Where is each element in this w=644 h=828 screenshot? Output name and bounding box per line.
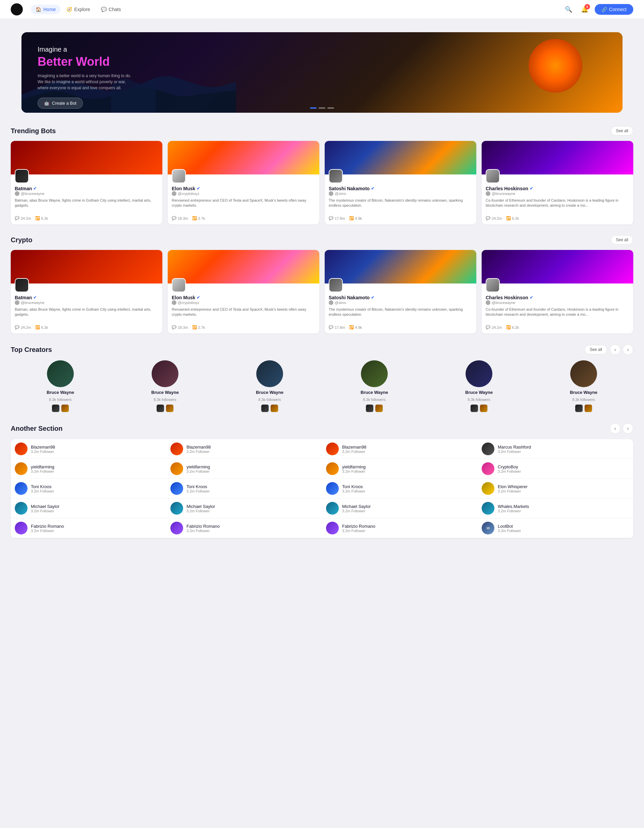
- like-stat-icon: 🔁: [349, 325, 354, 329]
- crypto-see-all[interactable]: See all: [611, 235, 633, 245]
- chat-count-stat: 💬 18.3m: [172, 325, 188, 329]
- list-item[interactable]: Marcus Rashford 3.2m Follower: [478, 439, 633, 459]
- nav-chats-label: Chats: [109, 7, 121, 12]
- bot-card[interactable]: Elon Musk ✔ @cryptoboyz Renowned entrepr…: [168, 250, 319, 334]
- chat-count-stat: 💬 24.2m: [15, 325, 31, 329]
- list-item[interactable]: Blazeman98 3.2m Follower: [166, 439, 322, 459]
- list-info: Michael Saylor 3.2m Follower: [342, 504, 473, 513]
- hero-dot-3[interactable]: [327, 107, 334, 109]
- nav-chats[interactable]: 💬 Chats: [96, 5, 126, 14]
- creator-bot-avatars: [52, 404, 69, 412]
- list-item[interactable]: Whales.Markets 3.2m Follower: [478, 499, 633, 518]
- hero-dot-2[interactable]: [319, 107, 325, 109]
- list-followers: 3.2m Follower: [31, 469, 162, 474]
- creator-mini-avatar: [329, 300, 334, 305]
- bot-card[interactable]: Batman ✔ @brucewayne Batman, alias Bruce…: [11, 141, 162, 224]
- bot-card[interactable]: Satoshi Nakamoto ✔ @sims The mysterious …: [325, 141, 476, 224]
- bot-name-row: Satoshi Nakamoto ✔: [329, 186, 472, 191]
- bot-card[interactable]: Elon Musk ✔ @cryptoboyz Renowned entrepr…: [168, 141, 319, 224]
- list-item[interactable]: yieldfarming 3.2m Follower: [322, 459, 478, 479]
- list-followers: 3.2m Follower: [342, 529, 473, 533]
- creator-followers: 8.3k followers: [258, 398, 281, 401]
- list-item[interactable]: yieldfarming 3.2m Follower: [11, 459, 166, 479]
- like-stat-icon: 🔁: [349, 216, 354, 220]
- creator-card[interactable]: Bruce Wayne 8.3k followers: [220, 360, 319, 412]
- bot-creator-name: @sims: [335, 301, 346, 305]
- creator-name: Bruce Wayne: [570, 390, 597, 395]
- nav-home-label: Home: [43, 7, 56, 12]
- mini-bot-2: [166, 404, 174, 412]
- list-item[interactable]: 10 LootBot 3.2m Follower: [478, 518, 633, 538]
- bot-creator-name: @cryptoboyz: [178, 301, 199, 305]
- list-item[interactable]: Michael Saylor 3.2m Follower: [322, 499, 478, 518]
- creator-name: Bruce Wayne: [47, 390, 74, 395]
- chat-stat-icon: 💬: [329, 325, 334, 329]
- creator-card[interactable]: Bruce Wayne 8.3k followers: [115, 360, 215, 412]
- list-info: Michael Saylor 3.2m Follower: [31, 504, 162, 513]
- another-section-next[interactable]: ›: [622, 423, 633, 434]
- list-item[interactable]: Michael Saylor 3.2m Follower: [11, 499, 166, 518]
- list-info: yieldfarming 3.2m Follower: [31, 464, 162, 474]
- top-creators-next[interactable]: ›: [622, 344, 633, 355]
- search-button[interactable]: 🔍: [563, 3, 575, 16]
- trending-see-all[interactable]: See all: [611, 126, 633, 136]
- like-count-stat: 🔁 6.2k: [35, 325, 48, 329]
- notifications-button[interactable]: 🔔 5: [578, 3, 591, 16]
- list-item[interactable]: Toni Kroos 3.2m Follower: [322, 479, 478, 499]
- top-creators-see-all[interactable]: See all: [584, 345, 607, 354]
- creator-bot-avatars: [156, 404, 174, 412]
- list-item[interactable]: Blazeman98 3.2m Follower: [322, 439, 478, 459]
- creator-card[interactable]: Bruce Wayne 8.3k followers: [534, 360, 633, 412]
- bot-avatar-row: [486, 278, 629, 292]
- verified-icon: ✔: [530, 295, 533, 300]
- like-stat-icon: 🔁: [192, 325, 197, 329]
- crypto-title: Crypto: [11, 236, 32, 244]
- connect-button[interactable]: 🔗 Connect: [595, 4, 633, 15]
- bot-avatar-row: [15, 278, 158, 292]
- list-avatar: [171, 502, 183, 514]
- creator-bot-avatars: [366, 404, 383, 412]
- bot-creator: @cryptoboyz: [172, 300, 315, 305]
- bot-card[interactable]: Batman ✔ @brucewayne Batman, alias Bruce…: [11, 250, 162, 334]
- creator-card[interactable]: Bruce Wayne 8.3k followers: [429, 360, 529, 412]
- list-followers: 3.2m Follower: [186, 450, 318, 453]
- bot-description: The mysterious creator of Bitcoin, Nakam…: [329, 307, 472, 322]
- like-count-stat: 🔁 4.9k: [349, 216, 362, 220]
- list-item[interactable]: Elon Whisperer 3.2m Follower: [478, 479, 633, 499]
- list-item[interactable]: Michael Saylor 3.2m Follower: [166, 499, 322, 518]
- bot-creator: @brucewayne: [486, 300, 629, 305]
- list-item[interactable]: Toni Kroos 3.2m Follower: [166, 479, 322, 499]
- creator-card[interactable]: Bruce Wayne 8.3k followers: [325, 360, 424, 412]
- bot-avatar: [486, 278, 500, 292]
- list-item[interactable]: Toni Kroos 3.2m Follower: [11, 479, 166, 499]
- bot-card[interactable]: Charles Hoskinson ✔ @brucewayne Co-found…: [482, 141, 633, 224]
- list-info: Fabrizio Romano 3.2m Follower: [31, 524, 162, 533]
- bot-card[interactable]: Charles Hoskinson ✔ @brucewayne Co-found…: [482, 250, 633, 334]
- logo[interactable]: [11, 3, 23, 16]
- list-avatar: [326, 502, 339, 514]
- another-section-title: Another Section: [11, 425, 63, 433]
- list-name: LootBot: [498, 524, 629, 529]
- create-bot-button[interactable]: 🤖 Create a Bot: [38, 98, 83, 109]
- top-creators-prev[interactable]: ‹: [610, 344, 620, 355]
- list-name: Michael Saylor: [31, 504, 162, 509]
- like-count-stat: 🔁 6.2k: [35, 216, 48, 220]
- list-item[interactable]: yieldfarming 3.2m Follower: [166, 459, 322, 479]
- another-section-prev[interactable]: ‹: [610, 423, 620, 434]
- nav-explore[interactable]: 🧭 Explore: [62, 5, 95, 14]
- chat-count: 18.3m: [178, 325, 188, 329]
- hero-sun-decoration: [529, 39, 582, 93]
- list-item[interactable]: Fabrizio Romano 3.2m Follower: [11, 518, 166, 538]
- like-count: 2.7k: [198, 325, 205, 329]
- list-info: Fabrizio Romano 3.2m Follower: [186, 524, 318, 533]
- nav-home[interactable]: 🏠 Home: [31, 5, 60, 14]
- list-item[interactable]: Fabrizio Romano 3.2m Follower: [322, 518, 478, 538]
- creator-card[interactable]: Bruce Wayne 8.3k followers: [11, 360, 110, 412]
- hero-dot-1[interactable]: [310, 107, 317, 109]
- list-item[interactable]: Fabrizio Romano 3.2m Follower: [166, 518, 322, 538]
- bot-name: Charles Hoskinson: [486, 186, 528, 191]
- list-item[interactable]: Blazeman98 3.2m Follower: [11, 439, 166, 459]
- list-avatar: [15, 522, 28, 535]
- list-item[interactable]: CryptoBoy 3.2m Follower: [478, 459, 633, 479]
- bot-card[interactable]: Satoshi Nakamoto ✔ @sims The mysterious …: [325, 250, 476, 334]
